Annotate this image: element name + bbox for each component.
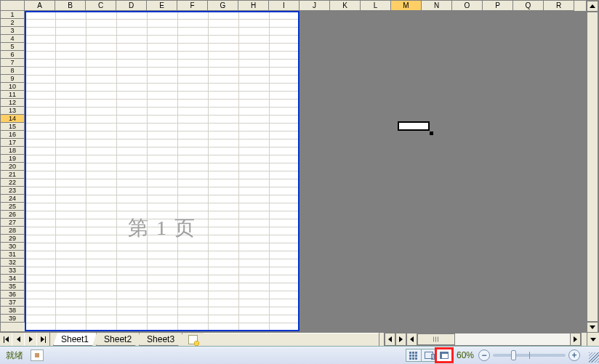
horizontal-scroll-thumb[interactable] — [417, 333, 456, 345]
new-sheet-button[interactable] — [185, 333, 201, 346]
row-header[interactable]: 9 — [1, 75, 25, 83]
row-header[interactable]: 19 — [1, 155, 25, 163]
macro-record-button[interactable] — [31, 349, 44, 361]
column-header[interactable]: N — [422, 1, 452, 11]
zoom-slider[interactable] — [493, 354, 566, 357]
tab-nav-last-button[interactable] — [37, 333, 49, 346]
row-header[interactable]: 31 — [1, 251, 25, 259]
column-header[interactable]: J — [300, 1, 330, 11]
row-header[interactable]: 2 — [1, 19, 25, 27]
scroll-right-button[interactable] — [570, 333, 581, 346]
zoom-level-label[interactable]: 60% — [452, 350, 478, 360]
row-header[interactable]: 37 — [1, 299, 25, 307]
scroll-left-button[interactable] — [406, 333, 417, 346]
tab-nav-first-button[interactable] — [0, 333, 12, 346]
row-header[interactable]: 38 — [1, 307, 25, 315]
column-header[interactable]: F — [177, 1, 208, 11]
row-header[interactable]: 28 — [1, 227, 25, 235]
row-header[interactable]: 1 — [1, 11, 25, 19]
tab-nav-prev-button[interactable] — [12, 333, 25, 346]
column-header[interactable]: C — [86, 1, 116, 11]
tab-nav-next-button[interactable] — [25, 333, 37, 346]
row-header[interactable]: 11 — [1, 91, 25, 99]
row-header[interactable]: 35 — [1, 283, 25, 291]
zoom-slider-knob[interactable] — [511, 350, 516, 360]
sheet-tab[interactable]: Sheet2 — [96, 333, 140, 346]
column-header[interactable]: E — [147, 1, 177, 11]
column-header[interactable]: G — [208, 1, 238, 11]
row-header[interactable]: 15 — [1, 123, 25, 131]
column-header[interactable]: A — [25, 1, 55, 11]
horizontal-scrollbar[interactable] — [406, 333, 581, 346]
row-header[interactable]: 23 — [1, 187, 25, 195]
chevron-right-icon — [399, 336, 403, 342]
row-header[interactable]: 30 — [1, 243, 25, 251]
active-cell[interactable] — [398, 121, 430, 131]
row-header[interactable]: 4 — [1, 35, 25, 43]
row-header[interactable]: 18 — [1, 147, 25, 155]
grip-icon — [433, 337, 439, 342]
row-header[interactable]: 36 — [1, 291, 25, 299]
column-header[interactable]: M — [391, 1, 422, 11]
column-header[interactable]: R — [544, 1, 574, 11]
view-normal-button[interactable] — [406, 349, 422, 362]
vertical-scroll-track[interactable] — [587, 12, 598, 322]
row-header[interactable]: 32 — [1, 259, 25, 267]
column-header[interactable]: Q — [513, 1, 544, 11]
row-header[interactable]: 5 — [1, 43, 25, 51]
horizontal-scroll-track[interactable] — [417, 333, 570, 346]
sheet-tab[interactable]: Sheet1 — [53, 333, 97, 346]
row-header[interactable]: 12 — [1, 99, 25, 107]
zoom-in-button[interactable]: + — [568, 349, 580, 361]
scroll-right-button[interactable] — [395, 333, 406, 346]
column-header[interactable]: H — [238, 1, 269, 11]
row-header[interactable]: 34 — [1, 275, 25, 283]
chevron-right-icon — [29, 336, 33, 342]
view-page-layout-button[interactable] — [421, 349, 437, 362]
row-header[interactable]: 21 — [1, 171, 25, 179]
row-header[interactable]: 26 — [1, 211, 25, 219]
row-header[interactable]: 29 — [1, 235, 25, 243]
row-header[interactable]: 39 — [1, 315, 25, 323]
page-non-print-area — [300, 11, 586, 331]
first-icon — [4, 336, 9, 343]
row-header[interactable]: 14 — [1, 115, 25, 123]
row-header[interactable]: 24 — [1, 195, 25, 203]
cells-area[interactable]: 第 1 页 — [25, 11, 586, 331]
column-header[interactable]: I — [269, 1, 300, 11]
row-header[interactable]: 10 — [1, 83, 25, 91]
row-header[interactable]: 27 — [1, 219, 25, 227]
zoom-out-button[interactable]: − — [478, 349, 490, 361]
select-all-corner[interactable] — [1, 1, 25, 11]
column-header[interactable]: K — [330, 1, 361, 11]
row-header[interactable]: 25 — [1, 203, 25, 211]
sheet-tab[interactable]: Sheet3 — [139, 333, 182, 346]
scroll-down-button[interactable] — [587, 322, 598, 333]
row-header[interactable]: 17 — [1, 139, 25, 147]
row-header[interactable]: 33 — [1, 267, 25, 275]
row-header[interactable]: 6 — [1, 51, 25, 59]
row-header[interactable]: 7 — [1, 59, 25, 67]
horizontal-scrollbar-left-pane[interactable] — [385, 333, 406, 346]
row-header[interactable]: 3 — [1, 27, 25, 35]
column-header[interactable]: P — [483, 1, 513, 11]
scroll-up-button[interactable] — [587, 1, 598, 12]
row-header[interactable]: 16 — [1, 131, 25, 139]
column-header[interactable]: O — [452, 1, 483, 11]
row-header[interactable]: 8 — [1, 67, 25, 75]
tab-scrollbar-splitter[interactable] — [379, 333, 385, 346]
row-header[interactable]: 20 — [1, 163, 25, 171]
fill-handle[interactable] — [430, 132, 433, 135]
scroll-left-button[interactable] — [385, 333, 395, 346]
row-header[interactable]: 13 — [1, 107, 25, 115]
row-header[interactable]: 22 — [1, 179, 25, 187]
pane-splitter-handle[interactable] — [581, 333, 587, 346]
vertical-scroll-thumb[interactable] — [587, 12, 598, 322]
column-header[interactable]: B — [55, 1, 86, 11]
window-resize-grip[interactable] — [589, 352, 599, 363]
view-page-break-button[interactable] — [436, 349, 452, 362]
vertical-scrollbar[interactable] — [586, 1, 598, 333]
column-header[interactable]: D — [116, 1, 147, 11]
tab-bar-filler — [204, 333, 378, 346]
column-header[interactable]: L — [361, 1, 391, 11]
